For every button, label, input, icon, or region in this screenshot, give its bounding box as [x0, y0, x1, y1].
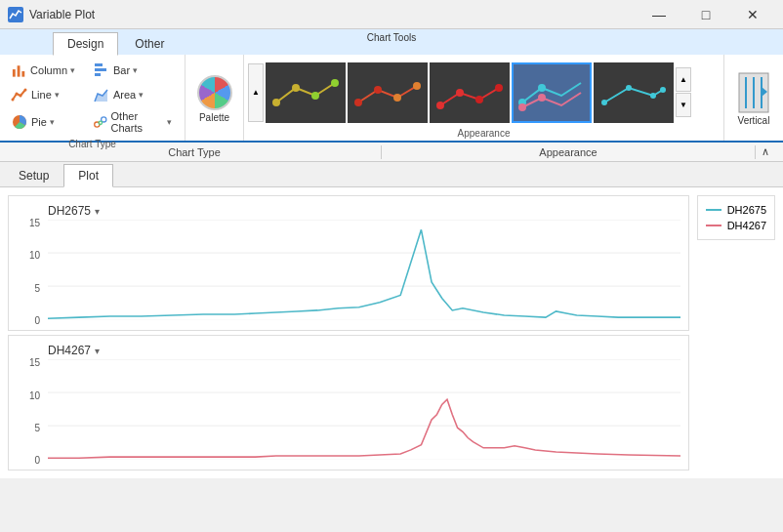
window-title: Variable Plot	[29, 8, 637, 21]
tab-plot[interactable]: Plot	[63, 164, 113, 187]
svg-point-25	[456, 89, 464, 97]
svg-point-17	[292, 84, 300, 92]
thumb3-preview	[435, 68, 504, 117]
appearance-thumb-5[interactable]	[594, 62, 674, 123]
chart-type-section-label: Chart Type	[8, 146, 381, 158]
legend: DH2675 DH4267	[697, 195, 775, 240]
svg-point-16	[272, 99, 280, 106]
appearance-thumb-1[interactable]	[266, 62, 346, 123]
svg-rect-3	[21, 71, 24, 77]
appearance-thumb-3[interactable]	[430, 62, 510, 123]
legend-label-1: DH2675	[727, 204, 766, 216]
chart-type-group: Column ▾ Bar ▾	[0, 55, 185, 141]
ribbon: Column ▾ Bar ▾	[0, 55, 783, 143]
line-label: Line	[31, 89, 52, 101]
other-charts-label: Other Charts	[111, 110, 164, 134]
chart2-svg-area	[48, 359, 680, 460]
palette-icon	[197, 75, 232, 110]
appearance-label: Appearance	[244, 128, 723, 139]
svg-point-27	[495, 84, 503, 92]
svg-point-15	[99, 121, 102, 124]
appearance-section-label: Appearance	[382, 146, 755, 158]
chart1-dropdown[interactable]: ▾	[95, 206, 100, 217]
appearance-scroll-up[interactable]: ▲	[248, 63, 264, 122]
area-label: Area	[113, 89, 136, 101]
vertical-button[interactable]: Vertical	[734, 68, 774, 130]
pie-chart-btn[interactable]: Pie ▾	[4, 110, 82, 134]
column-chart-btn[interactable]: Column ▾	[4, 59, 82, 82]
svg-point-23	[413, 82, 421, 90]
area-dropdown[interactable]: ▾	[139, 90, 144, 100]
ribbon-section-labels: Chart Type Appearance ∧	[0, 143, 783, 162]
chart2-svg	[48, 359, 680, 460]
other-charts-icon	[93, 113, 108, 131]
other-charts-dropdown[interactable]: ▾	[167, 117, 172, 127]
appearance-thumb-2[interactable]	[348, 62, 428, 123]
svg-point-8	[16, 93, 19, 96]
chart1-svg	[48, 220, 680, 320]
chart-panel-1: 15 10 5 0 DH2675 ▾	[8, 195, 689, 331]
close-button[interactable]: ✕	[730, 0, 775, 29]
minimize-button[interactable]: —	[637, 0, 681, 29]
palette-button[interactable]: Palette	[189, 71, 240, 127]
other-charts-btn[interactable]: Other Charts ▾	[86, 107, 179, 137]
palette-label: Palette	[199, 112, 229, 123]
svg-point-7	[12, 99, 15, 102]
legend-label-2: DH4267	[727, 220, 766, 231]
tab-other[interactable]: Other	[120, 32, 179, 55]
chart1-svg-area	[48, 220, 680, 320]
legend-line-1	[706, 209, 721, 211]
appearance-scroll-track-down[interactable]: ▼	[676, 93, 691, 117]
svg-point-18	[311, 92, 319, 100]
column-dropdown[interactable]: ▾	[70, 65, 75, 75]
thumb2-preview	[353, 68, 422, 117]
thumb1-preview	[271, 68, 340, 117]
legend-line-2	[706, 225, 721, 226]
svg-point-21	[374, 86, 382, 94]
vertical-icon	[738, 72, 769, 113]
maximize-button[interactable]: □	[683, 0, 728, 29]
tab-design[interactable]: Design	[53, 32, 118, 56]
appearance-group: ▲	[244, 55, 724, 141]
chart-title-2: DH4267 ▾	[48, 344, 680, 357]
appearance-scroll-track-up[interactable]: ▲	[676, 67, 691, 92]
tab-setup[interactable]: Setup	[4, 164, 63, 186]
svg-point-26	[475, 96, 483, 103]
y-axis-1: 15 10 5 0	[9, 218, 44, 326]
area-chart-btn[interactable]: Area ▾	[86, 83, 164, 106]
legend-item-1: DH2675	[706, 204, 766, 216]
svg-point-32	[601, 100, 607, 105]
plot-area: 15 10 5 0 DH2675 ▾	[0, 187, 783, 478]
appearance-thumb-4[interactable]	[512, 62, 592, 123]
svg-rect-1	[13, 69, 16, 77]
app-icon	[8, 7, 23, 22]
pie-label: Pie	[31, 116, 47, 128]
sub-tab-bar: Setup Plot	[0, 162, 783, 187]
line-icon	[11, 86, 28, 103]
context-tab-label: Chart Tools	[367, 32, 416, 43]
bar-label: Bar	[113, 64, 130, 76]
svg-point-20	[354, 99, 362, 106]
line-dropdown[interactable]: ▾	[55, 90, 60, 100]
svg-rect-2	[18, 65, 21, 76]
legend-item-2: DH4267	[706, 220, 766, 231]
chart2-dropdown[interactable]: ▾	[95, 346, 100, 356]
ribbon-collapse-btn[interactable]: ∧	[756, 145, 775, 158]
svg-point-31	[538, 94, 546, 102]
palette-group: Palette	[185, 55, 244, 141]
svg-point-22	[393, 94, 401, 102]
pie-dropdown[interactable]: ▾	[50, 117, 55, 127]
svg-rect-5	[95, 68, 106, 71]
svg-rect-6	[95, 73, 101, 76]
line-chart-btn[interactable]: Line ▾	[4, 83, 82, 106]
window-controls: — □ ✕	[637, 0, 775, 29]
thumb4-preview	[517, 68, 586, 117]
svg-point-35	[660, 87, 666, 93]
svg-point-24	[436, 102, 444, 109]
area-icon	[93, 86, 110, 103]
column-icon	[11, 61, 27, 79]
bar-dropdown[interactable]: ▾	[133, 65, 138, 75]
bar-chart-btn[interactable]: Bar ▾	[86, 59, 164, 82]
thumb5-preview	[599, 68, 668, 117]
vertical-label: Vertical	[738, 115, 770, 126]
